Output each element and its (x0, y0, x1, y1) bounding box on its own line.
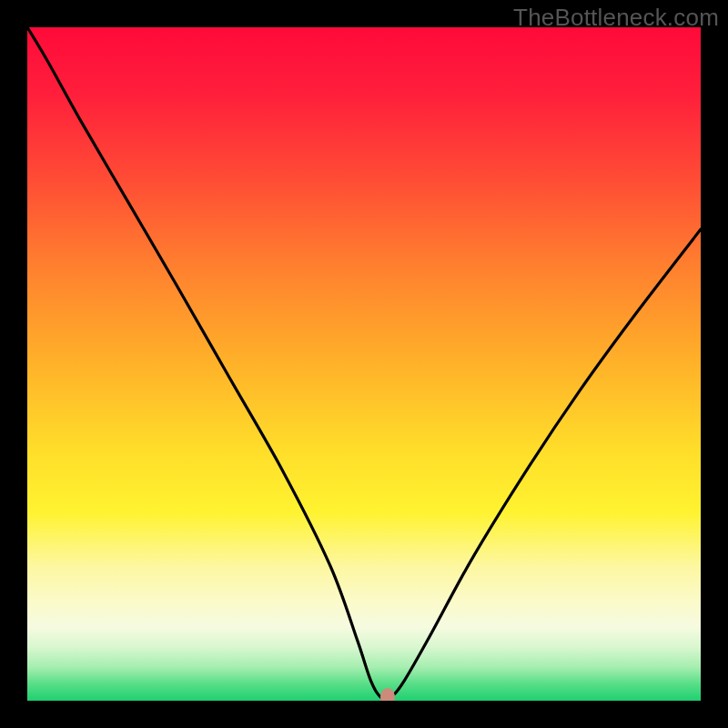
optimum-marker (380, 688, 395, 701)
plot-area (27, 27, 701, 701)
chart-frame: TheBottleneck.com (0, 0, 728, 728)
watermark-text: TheBottleneck.com (513, 4, 719, 32)
bottleneck-curve (27, 27, 701, 701)
